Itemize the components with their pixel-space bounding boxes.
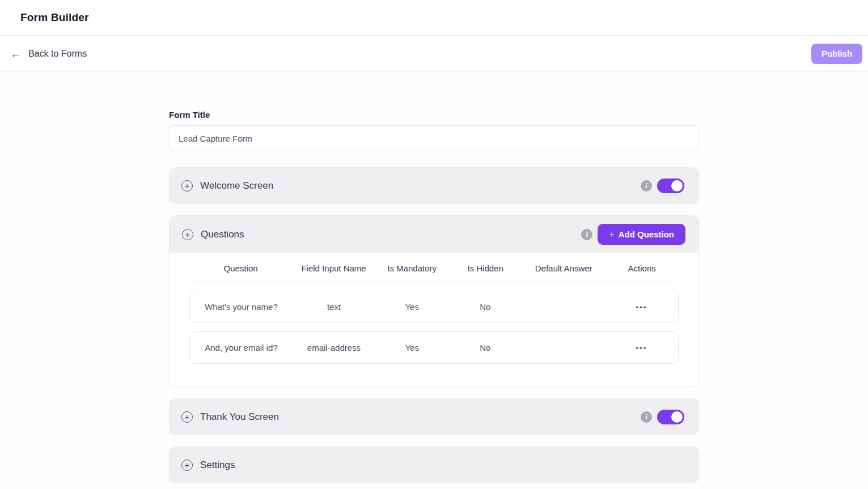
- page-title: Form Builder: [20, 11, 89, 24]
- cell-is-hidden: No: [448, 302, 522, 312]
- cell-is-mandatory: Yes: [375, 343, 448, 352]
- questions-controls: i + Add Question: [581, 224, 685, 245]
- row-actions-menu-icon[interactable]: •••: [636, 303, 647, 312]
- settings-section-header[interactable]: + Settings: [169, 447, 699, 483]
- row-actions-menu-icon[interactable]: •••: [636, 344, 647, 352]
- toggle-knob: [671, 180, 683, 192]
- add-question-button[interactable]: + Add Question: [598, 224, 685, 245]
- toggle-knob: [671, 411, 683, 423]
- cell-field-input-name: text: [293, 302, 375, 312]
- info-icon[interactable]: i: [641, 180, 652, 192]
- column-header-is-mandatory: Is Mandatory: [375, 263, 448, 273]
- cell-question: And, your email id?: [190, 343, 293, 352]
- welcome-screen-section-header[interactable]: + Welcome Screen i: [169, 167, 699, 204]
- cell-is-hidden: No: [448, 343, 522, 352]
- welcome-screen-controls: i: [641, 178, 684, 193]
- expand-plus-icon[interactable]: +: [182, 229, 193, 240]
- thank-you-screen-controls: i: [641, 410, 684, 424]
- expand-plus-icon[interactable]: +: [181, 180, 193, 192]
- app-header: Form Builder: [0, 0, 868, 36]
- form-title-input[interactable]: [169, 125, 699, 151]
- add-question-label: Add Question: [619, 229, 674, 239]
- plus-icon: +: [609, 229, 614, 240]
- questions-table: Question Field Input Name Is Mandatory I…: [170, 253, 698, 386]
- thank-you-screen-section-header[interactable]: + Thank You Screen i: [169, 398, 699, 435]
- column-header-field-input-name: Field Input Name: [292, 263, 375, 273]
- expand-plus-icon[interactable]: +: [181, 460, 193, 471]
- table-row: And, your email id? email-address Yes No…: [189, 331, 679, 364]
- back-to-forms-label: Back to Forms: [28, 49, 87, 59]
- toolbar: ← Back to Forms Publish: [0, 36, 868, 72]
- publish-button[interactable]: Publish: [811, 44, 862, 64]
- cell-field-input-name: email-address: [293, 343, 375, 352]
- column-header-default-answer: Default Answer: [522, 263, 606, 273]
- info-icon[interactable]: i: [581, 229, 592, 240]
- form-builder-content: Form Title + Welcome Screen i + Question…: [169, 72, 699, 488]
- welcome-screen-toggle[interactable]: [657, 178, 684, 193]
- back-arrow-icon: ←: [10, 48, 22, 59]
- table-row: What's your name? text Yes No •••: [189, 291, 679, 323]
- column-header-actions: Actions: [606, 263, 679, 273]
- questions-section-header[interactable]: + Questions i + Add Question: [170, 216, 698, 253]
- expand-plus-icon[interactable]: +: [181, 411, 193, 423]
- thank-you-screen-label: Thank You Screen: [200, 411, 279, 423]
- cell-question: What's your name?: [190, 302, 293, 312]
- questions-section: + Questions i + Add Question Question Fi…: [169, 215, 699, 386]
- questions-label: Questions: [201, 229, 244, 240]
- form-title-field: Form Title: [169, 110, 699, 151]
- thank-you-screen-toggle[interactable]: [657, 410, 684, 424]
- cell-is-mandatory: Yes: [375, 302, 448, 312]
- form-title-label: Form Title: [169, 110, 699, 120]
- settings-label: Settings: [200, 460, 235, 471]
- column-header-question: Question: [189, 263, 292, 273]
- column-header-is-hidden: Is Hidden: [448, 263, 522, 273]
- info-icon[interactable]: i: [641, 411, 652, 423]
- welcome-screen-label: Welcome Screen: [200, 180, 273, 192]
- back-to-forms-link[interactable]: ← Back to Forms: [10, 48, 87, 59]
- questions-table-header: Question Field Input Name Is Mandatory I…: [189, 253, 679, 282]
